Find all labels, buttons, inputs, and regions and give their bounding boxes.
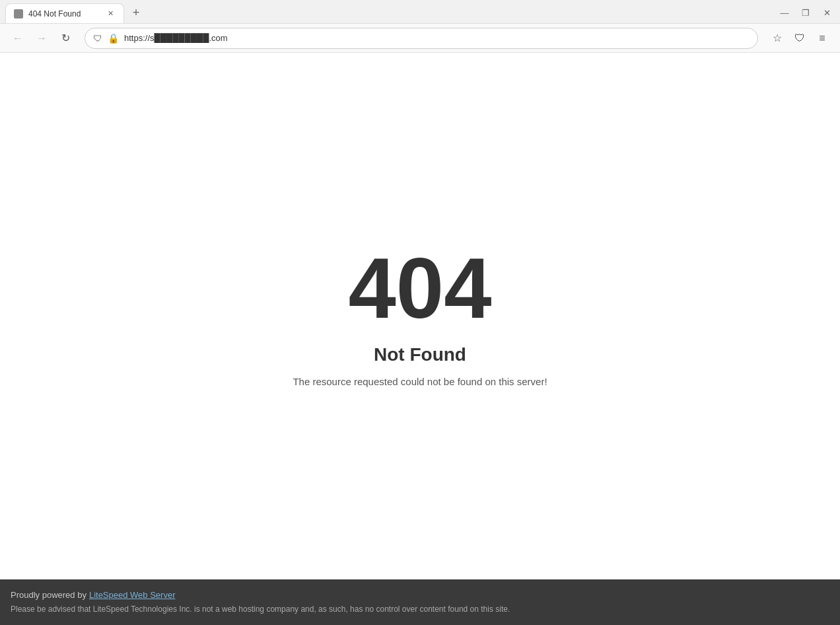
page-content: 404 Not Found The resource requested cou… bbox=[0, 53, 840, 579]
shield-toolbar-icon: 🛡 bbox=[794, 32, 805, 44]
new-tab-button[interactable]: + bbox=[127, 3, 145, 22]
browser-window: 404 Not Found ✕ + — ❐ ✕ ← → ↻ 🛡 🔒 ☆ bbox=[0, 0, 840, 625]
powered-by-text: Proudly powered by bbox=[11, 587, 87, 603]
reload-icon: ↻ bbox=[61, 32, 70, 44]
error-title: Not Found bbox=[374, 344, 466, 365]
shield-icon: 🛡 bbox=[93, 33, 102, 44]
address-bar-container: 🛡 🔒 bbox=[85, 28, 758, 49]
window-controls: — ❐ ✕ bbox=[777, 5, 835, 20]
minimize-button[interactable]: — bbox=[777, 5, 792, 20]
tab-favicon bbox=[14, 9, 23, 18]
error-code: 404 bbox=[349, 245, 492, 331]
forward-icon: → bbox=[36, 32, 47, 44]
back-button[interactable]: ← bbox=[8, 28, 28, 48]
tab-close-button[interactable]: ✕ bbox=[105, 9, 116, 19]
tab-title: 404 Not Found bbox=[28, 9, 100, 18]
browser-tab[interactable]: 404 Not Found ✕ bbox=[5, 3, 124, 23]
back-icon: ← bbox=[13, 32, 23, 44]
footer-disclaimer: Please be advised that LiteSpeed Technol… bbox=[11, 603, 829, 617]
title-bar: 404 Not Found ✕ + — ❐ ✕ bbox=[0, 0, 840, 24]
lock-icon: 🔒 bbox=[108, 33, 119, 44]
page-footer: Proudly powered by LiteSpeed Web Server … bbox=[0, 579, 840, 625]
footer-powered-by: Proudly powered by LiteSpeed Web Server bbox=[11, 587, 829, 603]
shield-button[interactable]: 🛡 bbox=[790, 28, 810, 48]
bookmark-button[interactable]: ☆ bbox=[767, 28, 787, 48]
error-message: The resource requested could not be foun… bbox=[293, 376, 547, 387]
maximize-button[interactable]: ❐ bbox=[798, 5, 814, 20]
litespeed-link[interactable]: LiteSpeed Web Server bbox=[89, 587, 176, 603]
forward-button[interactable]: → bbox=[32, 28, 52, 48]
close-button[interactable]: ✕ bbox=[819, 5, 835, 20]
menu-button[interactable]: ≡ bbox=[812, 28, 832, 48]
address-input[interactable] bbox=[124, 33, 750, 43]
menu-icon: ≡ bbox=[819, 32, 825, 44]
toolbar: ← → ↻ 🛡 🔒 ☆ 🛡 ≡ bbox=[0, 24, 840, 53]
bookmark-icon: ☆ bbox=[773, 32, 782, 44]
toolbar-right: ☆ 🛡 ≡ bbox=[767, 28, 832, 48]
reload-button[interactable]: ↻ bbox=[55, 28, 75, 48]
